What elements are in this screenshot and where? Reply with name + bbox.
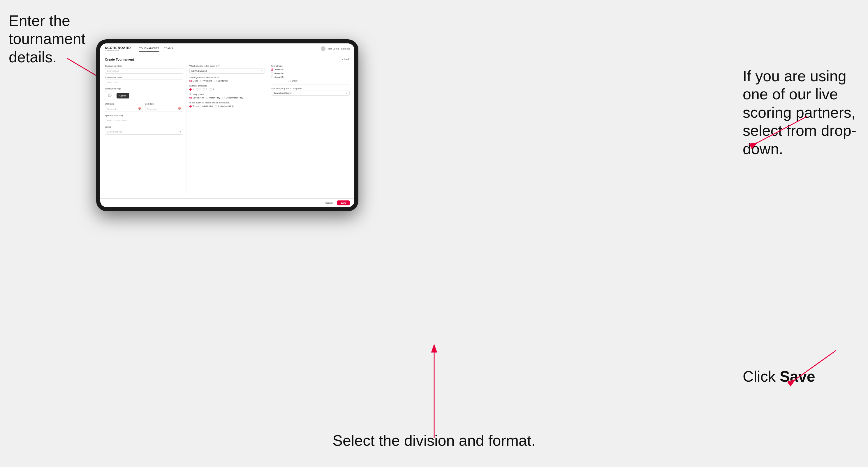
rounds-4[interactable]: 4 bbox=[210, 88, 214, 91]
name-input[interactable]: Enter name bbox=[105, 80, 183, 85]
tab-tournaments[interactable]: TOURNAMENTS bbox=[139, 46, 159, 52]
logo-sub: Powered by clippit bbox=[105, 50, 131, 51]
logo-area: 🖼 Upload bbox=[105, 91, 183, 100]
teams-radio-group: Teams (+Individuals) Individuals Only bbox=[189, 105, 265, 107]
sponsor-field-group: Sponsor (optional) Enter sponsor name bbox=[105, 114, 183, 123]
radio-medal-label: Medal Match Play bbox=[225, 96, 243, 99]
format-options: 5 count 4 6 count 4 6 count 5 bbox=[271, 68, 350, 79]
form-footer: Cancel Save bbox=[100, 198, 354, 207]
division-field-group: Which division is the event for? NCAA Di… bbox=[189, 65, 265, 74]
host-input[interactable]: Search team bbox=[105, 68, 183, 74]
scoring-label: Scoring system bbox=[189, 93, 265, 96]
chevron-down-icon-2: ▼ bbox=[261, 70, 263, 72]
section-divider bbox=[271, 85, 350, 85]
scoring-medal[interactable]: Medal Match Play bbox=[222, 96, 243, 99]
calendar-icon: 📅 bbox=[138, 107, 141, 111]
format-6count5[interactable]: 6 count 5 bbox=[271, 76, 350, 79]
arrow-bottom-center bbox=[361, 327, 507, 444]
end-date-label: End date bbox=[145, 102, 184, 105]
rounds-1[interactable]: 1 bbox=[189, 88, 194, 91]
api-tag-text: Leaderboard King bbox=[274, 92, 289, 94]
save-button[interactable]: Save bbox=[337, 200, 350, 206]
radio-individuals-label: Individuals Only bbox=[218, 105, 234, 107]
format-5count4[interactable]: 5 count 4 bbox=[271, 68, 350, 71]
radio-6c4-label: 6 count 4 bbox=[275, 72, 283, 74]
venue-field-group: Venue Search golf club ▼ bbox=[105, 126, 183, 134]
tablet: SCOREBOARD Powered by clippit TOURNAMENT… bbox=[96, 39, 359, 211]
back-link[interactable]: ‹ Back bbox=[342, 58, 350, 61]
radio-6c4-circle bbox=[271, 72, 273, 74]
svg-line-5 bbox=[795, 350, 836, 380]
scoring-stroke[interactable]: Stroke Play bbox=[189, 96, 204, 99]
venue-label: Venue bbox=[105, 126, 183, 128]
radio-individuals-circle bbox=[215, 105, 217, 107]
radio-mens-circle bbox=[189, 80, 192, 82]
radio-5c4-circle bbox=[271, 68, 273, 71]
radio-3-label: 3 bbox=[206, 88, 207, 91]
radio-medal-circle bbox=[222, 97, 225, 99]
radio-6c5-circle bbox=[271, 76, 273, 79]
venue-input[interactable]: Search golf club ▼ bbox=[105, 129, 183, 134]
sponsor-input[interactable]: Enter sponsor name bbox=[105, 118, 183, 123]
radio-womens-circle bbox=[200, 80, 203, 82]
arrow-top-right bbox=[664, 29, 868, 175]
gender-label: Which gender is the event for? bbox=[189, 76, 265, 79]
nav-tabs: TOURNAMENTS TEAMS bbox=[139, 46, 173, 52]
calendar-icon-2: 📅 bbox=[178, 107, 181, 111]
radio-mens-label: Mens bbox=[193, 80, 198, 82]
radio-stroke-label: Stroke Play bbox=[193, 96, 204, 99]
name-label: Tournament name bbox=[105, 76, 183, 79]
scoring-radio-group: Stroke Play Match Play Medal Match Play bbox=[189, 96, 265, 99]
radio-match-circle bbox=[206, 97, 208, 99]
page-title: Create Tournament bbox=[105, 58, 134, 61]
gender-combined[interactable]: Combined bbox=[214, 80, 227, 82]
start-date-input[interactable]: Pick a date 📅 bbox=[105, 106, 143, 112]
chevron-down-icon: ▼ bbox=[179, 131, 181, 133]
tab-teams[interactable]: TEAMS bbox=[164, 46, 173, 52]
host-label: Tournament Host bbox=[105, 65, 183, 67]
sign-out-link[interactable]: Sign out bbox=[341, 48, 350, 50]
tablet-screen: SCOREBOARD Powered by clippit TOURNAMENT… bbox=[100, 43, 354, 207]
division-select[interactable]: NCAA Division I ▼ bbox=[189, 68, 265, 74]
form-content: Create Tournament ‹ Back Tournament Host… bbox=[100, 54, 354, 198]
upload-button[interactable]: Upload bbox=[117, 93, 129, 98]
rounds-3[interactable]: 3 bbox=[203, 88, 207, 91]
scoring-match[interactable]: Match Play bbox=[206, 96, 220, 99]
cancel-button[interactable]: Cancel bbox=[323, 200, 335, 206]
teams-label: Is this event for Teams and/or Individua… bbox=[189, 101, 265, 104]
chevron-down-icon-3: ▼ bbox=[346, 92, 348, 94]
api-close-icon[interactable]: × bbox=[290, 92, 291, 94]
radio-1-circle bbox=[189, 88, 192, 91]
division-label: Which division is the event for? bbox=[189, 65, 265, 67]
radio-teams-label: Teams (+Individuals) bbox=[193, 105, 213, 107]
radio-1-label: 1 bbox=[193, 88, 194, 91]
form-col-2: Which division is the event for? NCAA Di… bbox=[186, 65, 268, 193]
api-dropdown[interactable]: Leaderboard King × ▼ bbox=[271, 91, 350, 96]
page-header: Create Tournament ‹ Back bbox=[105, 58, 350, 61]
sponsor-label: Sponsor (optional) bbox=[105, 114, 183, 117]
rounds-radio-group: 1 2 3 4 bbox=[189, 88, 265, 91]
teams-field-group: Is this event for Teams and/or Individua… bbox=[189, 101, 265, 107]
svg-line-3 bbox=[757, 117, 807, 143]
end-date-input[interactable]: Pick a date 📅 bbox=[145, 106, 184, 112]
api-field-group: Use third-party live scoring API? Leader… bbox=[271, 87, 350, 96]
form-grid: Tournament Host Search team Tournament n… bbox=[105, 65, 350, 193]
logo-label: Tournament logo bbox=[105, 87, 183, 90]
form-col-3: Format type 5 count 4 6 count 4 bbox=[268, 65, 350, 193]
radio-other-label: Other bbox=[292, 80, 298, 82]
rounds-label: Number of rounds bbox=[189, 85, 265, 87]
format-6count4[interactable]: 6 count 4 bbox=[271, 72, 350, 74]
image-icon: 🖼 bbox=[107, 93, 112, 98]
rounds-2[interactable]: 2 bbox=[196, 88, 200, 91]
gender-womens[interactable]: Womens bbox=[200, 80, 212, 82]
individuals-only[interactable]: Individuals Only bbox=[215, 105, 234, 107]
user-name: Test User | bbox=[328, 48, 339, 50]
api-tag: Leaderboard King × bbox=[273, 92, 292, 94]
start-date-group: Start date Pick a date 📅 bbox=[105, 102, 143, 112]
teams-plus[interactable]: Teams (+Individuals) bbox=[189, 105, 213, 107]
gender-mens[interactable]: Mens bbox=[189, 80, 198, 82]
radio-match-label: Match Play bbox=[209, 96, 220, 99]
name-field-group: Tournament name Enter name bbox=[105, 76, 183, 85]
gender-field-group: Which gender is the event for? Mens Wome… bbox=[189, 76, 265, 82]
date-row: Start date Pick a date 📅 End date Pick a… bbox=[105, 102, 183, 112]
